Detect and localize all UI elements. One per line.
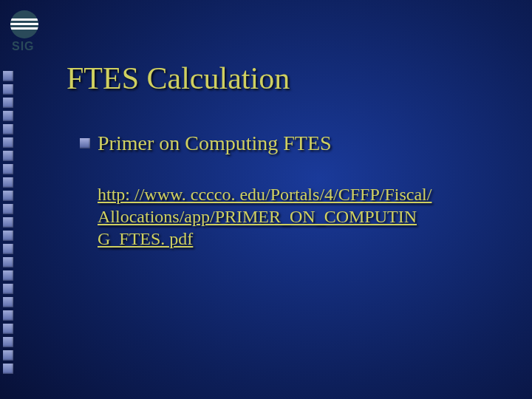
sig-logo: SIG <box>10 10 41 50</box>
url-link[interactable]: http: //www. cccco. edu/Portals/4/CFFP/F… <box>98 183 452 250</box>
url-line-1: http: //www. cccco. edu/Portals/4/CFFP/F… <box>98 185 432 204</box>
slide-title: FTES Calculation <box>66 61 290 96</box>
decorative-squares-column <box>3 71 16 377</box>
bullet-item: Primer on Computing FTES <box>80 132 332 155</box>
bullet-text: Primer on Computing FTES <box>98 132 332 155</box>
square-bullet-icon <box>80 138 90 149</box>
logo-circle-icon <box>10 10 38 38</box>
url-line-3: G_FTES. pdf <box>98 229 193 248</box>
url-line-2: Allocations/app/PRIMER_ON_COMPUTIN <box>98 207 417 226</box>
logo-text: SIG <box>10 40 41 53</box>
